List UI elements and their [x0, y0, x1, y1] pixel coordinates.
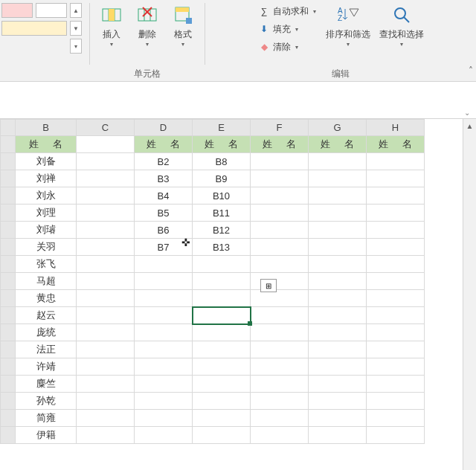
cell[interactable]	[367, 307, 425, 324]
table-row[interactable]: 关羽B7B13	[1, 239, 425, 256]
scroll-up-icon[interactable]: ▲	[463, 119, 476, 132]
table-row[interactable]: 马超	[1, 273, 425, 290]
cell[interactable]	[77, 376, 135, 393]
cell[interactable]	[251, 187, 309, 205]
cell[interactable]	[77, 170, 135, 187]
cell[interactable]: 庞统	[16, 324, 77, 341]
table-row[interactable]: 麋竺	[1, 376, 425, 393]
cell[interactable]	[193, 256, 251, 273]
cell[interactable]: B7	[135, 239, 193, 256]
cell[interactable]	[367, 290, 425, 307]
cell[interactable]	[251, 307, 309, 324]
cell[interactable]	[193, 427, 251, 444]
style-scroll-up[interactable]: ▲	[70, 3, 82, 18]
autofill-options-button[interactable]: ⊞	[260, 279, 277, 292]
cell[interactable]	[367, 324, 425, 341]
cell[interactable]	[77, 136, 135, 153]
col-header[interactable]: B	[16, 120, 77, 136]
cell[interactable]	[251, 341, 309, 358]
cell[interactable]: 法正	[16, 341, 77, 358]
cell[interactable]	[77, 187, 135, 205]
cell[interactable]: 张飞	[16, 256, 77, 273]
cell[interactable]	[77, 341, 135, 358]
table-row[interactable]: 刘理B5B11	[1, 205, 425, 222]
cell[interactable]	[135, 358, 193, 376]
cell[interactable]	[367, 222, 425, 239]
style-scroll-down[interactable]: ▼	[70, 21, 82, 36]
cell[interactable]	[77, 273, 135, 290]
cell[interactable]	[309, 324, 367, 341]
style-swatch[interactable]	[1, 3, 33, 18]
cell[interactable]	[309, 341, 367, 358]
cell[interactable]: B13	[193, 239, 251, 256]
cell[interactable]	[193, 410, 251, 427]
cell[interactable]	[309, 153, 367, 170]
cell[interactable]	[309, 427, 367, 444]
cell[interactable]	[367, 341, 425, 358]
cell[interactable]: 姓 名	[16, 136, 77, 153]
sort-filter-button[interactable]: AZ 排序和筛选 ▾	[322, 1, 374, 48]
col-header[interactable]: D	[135, 120, 193, 136]
cell[interactable]	[77, 222, 135, 239]
cell[interactable]: 马超	[16, 273, 77, 290]
col-header[interactable]: G	[309, 120, 367, 136]
cell[interactable]	[309, 205, 367, 222]
cell[interactable]: 刘理	[16, 205, 77, 222]
cell[interactable]: B11	[193, 205, 251, 222]
cell[interactable]	[367, 239, 425, 256]
cell[interactable]	[193, 273, 251, 290]
cell[interactable]	[251, 393, 309, 410]
cell[interactable]	[77, 427, 135, 444]
cell[interactable]	[77, 393, 135, 410]
cell[interactable]	[77, 290, 135, 307]
cell[interactable]: 关羽	[16, 239, 77, 256]
cell[interactable]	[77, 153, 135, 170]
table-row[interactable]: 法正	[1, 341, 425, 358]
cell[interactable]: B8	[193, 153, 251, 170]
cell[interactable]: B6	[135, 222, 193, 239]
table-row[interactable]: 黄忠	[1, 290, 425, 307]
cell[interactable]	[309, 239, 367, 256]
cell[interactable]	[135, 324, 193, 341]
find-select-button[interactable]: 查找和选择 ▾	[376, 1, 428, 48]
cell[interactable]	[367, 410, 425, 427]
cell[interactable]: 姓 名	[193, 136, 251, 153]
cell[interactable]	[77, 205, 135, 222]
cell[interactable]	[251, 324, 309, 341]
table-row[interactable]: 刘禅B3B9	[1, 170, 425, 187]
cell[interactable]	[309, 376, 367, 393]
cell[interactable]	[77, 239, 135, 256]
style-gallery-expand[interactable]: ▾	[70, 39, 82, 54]
cell[interactable]: 黄忠	[16, 290, 77, 307]
table-row[interactable]: 简雍	[1, 410, 425, 427]
cell[interactable]	[135, 290, 193, 307]
cell[interactable]	[309, 256, 367, 273]
cell[interactable]: 伊籍	[16, 427, 77, 444]
cell[interactable]	[309, 358, 367, 376]
col-header[interactable]: C	[77, 120, 135, 136]
cell[interactable]	[251, 376, 309, 393]
style-swatch[interactable]	[36, 3, 67, 18]
cell[interactable]	[309, 290, 367, 307]
cell[interactable]	[135, 341, 193, 358]
insert-button[interactable]: 插入 ▾	[94, 1, 129, 66]
col-header[interactable]: F	[251, 120, 309, 136]
cell[interactable]	[135, 410, 193, 427]
worksheet-grid[interactable]: B C D E F G H 姓 名 姓 名 姓 名 姓 名 姓 名 姓 名 刘备…	[0, 119, 476, 470]
cell[interactable]	[309, 307, 367, 324]
col-header[interactable]: E	[193, 120, 251, 136]
table-row[interactable]: 刘永B4B10	[1, 187, 425, 205]
cell[interactable]	[251, 153, 309, 170]
cell[interactable]	[251, 273, 309, 290]
cell[interactable]	[251, 222, 309, 239]
cell[interactable]: 许靖	[16, 358, 77, 376]
cell[interactable]	[251, 358, 309, 376]
cell[interactable]: B4	[135, 187, 193, 205]
formula-bar-expand[interactable]: ⌄	[464, 109, 470, 117]
cell[interactable]	[193, 376, 251, 393]
autosum-button[interactable]: ∑ 自动求和 ▾	[254, 3, 321, 19]
cell[interactable]	[367, 376, 425, 393]
cell[interactable]	[193, 341, 251, 358]
cell[interactable]: B10	[193, 187, 251, 205]
cell[interactable]	[135, 307, 193, 324]
